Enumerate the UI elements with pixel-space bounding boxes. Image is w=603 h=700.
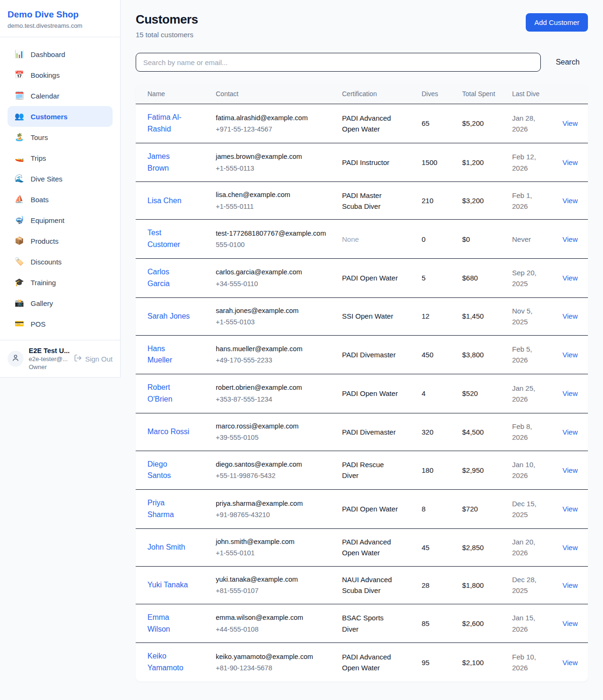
certification-cell: BSAC Sports Diver xyxy=(330,604,410,643)
dives-cell: 45 xyxy=(410,528,450,566)
view-link[interactable]: View xyxy=(562,505,578,513)
customer-name-link[interactable]: Diego Santos xyxy=(147,460,171,480)
table-row: Keiko Yamamotokeiko.yamamoto@example.com… xyxy=(136,643,588,682)
view-link[interactable]: View xyxy=(562,312,578,320)
sidebar-item-calendar[interactable]: 🗓️Calendar xyxy=(8,85,113,106)
view-link[interactable]: View xyxy=(562,389,578,397)
certification-cell: PADI Open Water xyxy=(330,259,410,298)
brand-domain: demo.test.divestreams.com xyxy=(8,22,113,29)
sidebar-item-pos[interactable]: 💳POS xyxy=(8,313,113,334)
sidebar-item-equipment[interactable]: 🤿Equipment xyxy=(8,210,113,231)
view-link[interactable]: View xyxy=(562,197,578,205)
customer-name-link[interactable]: Hans Mueller xyxy=(147,345,172,364)
sidebar-item-label: Calendar xyxy=(31,92,59,100)
customer-name-cell: Robert O'Brien xyxy=(136,374,204,413)
dives-cell: 12 xyxy=(410,297,450,335)
page-title: Customers xyxy=(136,12,198,27)
sidebar-item-dive-sites[interactable]: 🌊Dive Sites xyxy=(8,168,113,189)
view-link[interactable]: View xyxy=(562,619,578,627)
contact-cell: keiko.yamamoto@example.com+81-90-1234-56… xyxy=(204,643,330,682)
total-spent-cell: $520 xyxy=(450,374,500,413)
total-spent-cell: $1,800 xyxy=(450,566,500,604)
contact-cell: yuki.tanaka@example.com+81-555-0107 xyxy=(204,566,330,604)
app-root: Demo Dive Shop demo.test.divestreams.com… xyxy=(0,0,603,697)
view-link[interactable]: View xyxy=(562,274,578,282)
total-spent-cell: $2,850 xyxy=(450,528,500,566)
dives-cell: 4 xyxy=(410,374,450,413)
customer-name-link[interactable]: Robert O'Brien xyxy=(147,383,172,403)
table-row: James Brownjames.brown@example.com+1-555… xyxy=(136,143,588,182)
total-spent-cell: $5,200 xyxy=(450,104,500,143)
customer-phone: 555-0100 xyxy=(216,239,326,250)
add-customer-button[interactable]: Add Customer xyxy=(526,13,588,32)
customer-name-link[interactable]: Keiko Yamamoto xyxy=(147,652,183,672)
action-cell: View xyxy=(551,220,588,259)
sidebar-item-bookings[interactable]: 📅Bookings xyxy=(8,65,113,85)
customer-name-link[interactable]: Lisa Chen xyxy=(147,197,181,205)
action-cell: View xyxy=(551,528,588,566)
action-cell: View xyxy=(551,259,588,298)
wave-icon: 🌊 xyxy=(14,175,24,182)
customer-name-link[interactable]: Test Customer xyxy=(147,229,180,248)
view-link[interactable]: View xyxy=(562,581,578,589)
sidebar-item-dashboard[interactable]: 📊Dashboard xyxy=(8,44,113,65)
column-header: Name xyxy=(136,84,204,104)
sidebar-item-boats[interactable]: ⛵Boats xyxy=(8,189,113,210)
view-link[interactable]: View xyxy=(562,235,578,243)
search-button[interactable]: Search xyxy=(547,58,588,67)
sign-out-button[interactable]: Sign Out xyxy=(74,354,113,363)
last-dive-cell: Never xyxy=(500,220,551,259)
view-link[interactable]: View xyxy=(562,119,578,127)
customer-name-link[interactable]: John Smith xyxy=(147,543,185,551)
customer-name-link[interactable]: Emma Wilson xyxy=(147,613,170,633)
sidebar-nav: 📊Dashboard📅Bookings🗓️Calendar👥Customers🏝… xyxy=(0,37,120,340)
view-link[interactable]: View xyxy=(562,428,578,436)
total-spent-cell: $3,200 xyxy=(450,182,500,220)
sidebar-item-discounts[interactable]: 🏷️Discounts xyxy=(8,251,113,272)
sidebar-item-gallery[interactable]: 📸Gallery xyxy=(8,293,113,313)
view-link[interactable]: View xyxy=(562,544,578,552)
sidebar-item-label: POS xyxy=(31,320,46,328)
customer-email: hans.mueller@example.com xyxy=(216,344,326,354)
customer-email: priya.sharma@example.com xyxy=(216,498,326,509)
sidebar-item-training[interactable]: 🎓Training xyxy=(8,272,113,293)
last-dive-cell: Feb 8, 2026 xyxy=(500,413,551,451)
sailboat-icon: ⛵ xyxy=(14,196,24,203)
sidebar-item-label: Dashboard xyxy=(31,50,65,58)
customer-name-cell: Hans Mueller xyxy=(136,335,204,374)
customer-name-link[interactable]: Marco Rossi xyxy=(147,428,189,436)
customer-name-link[interactable]: Carlos Garcia xyxy=(147,268,170,288)
last-dive-cell: Feb 12, 2026 xyxy=(500,143,551,182)
view-link[interactable]: View xyxy=(562,351,578,359)
sidebar-item-trips[interactable]: 🚤Trips xyxy=(8,148,113,168)
customer-name-link[interactable]: James Brown xyxy=(147,152,170,172)
certification-cell: PADI Open Water xyxy=(330,374,410,413)
customer-name-link[interactable]: Sarah Jones xyxy=(147,312,190,320)
sidebar-item-label: Tours xyxy=(31,133,48,141)
customer-name-link[interactable]: Yuki Tanaka xyxy=(147,581,188,589)
search-input[interactable] xyxy=(136,53,541,72)
table-row: Fatima Al-Rashidfatima.alrashid@example.… xyxy=(136,104,588,143)
table-header-row: NameContactCertificationDivesTotal Spent… xyxy=(136,84,588,104)
sidebar-item-label: Equipment xyxy=(31,216,65,224)
customer-phone: +39-555-0105 xyxy=(216,432,326,443)
last-dive-cell: Jan 10, 2026 xyxy=(500,451,551,490)
sidebar-item-tours[interactable]: 🏝️Tours xyxy=(8,127,113,148)
user-name: E2E Test U... xyxy=(29,347,69,354)
sidebar-item-customers[interactable]: 👥Customers xyxy=(8,106,113,127)
certification-cell: None xyxy=(330,220,410,259)
calendar-date-icon: 📅 xyxy=(14,71,24,79)
view-link[interactable]: View xyxy=(562,158,578,166)
customer-name-cell: John Smith xyxy=(136,528,204,566)
sidebar-item-products[interactable]: 📦Products xyxy=(8,231,113,251)
view-link[interactable]: View xyxy=(562,659,578,667)
island-icon: 🏝️ xyxy=(14,133,24,141)
certification-cell: PADI Advanced Open Water xyxy=(330,104,410,143)
view-link[interactable]: View xyxy=(562,466,578,474)
people-icon: 👥 xyxy=(14,113,24,120)
action-cell: View xyxy=(551,143,588,182)
customer-name-link[interactable]: Fatima Al-Rashid xyxy=(147,113,181,133)
customer-name-link[interactable]: Priya Sharma xyxy=(147,499,174,519)
person-icon xyxy=(11,354,20,364)
brand-title[interactable]: Demo Dive Shop xyxy=(8,9,113,20)
